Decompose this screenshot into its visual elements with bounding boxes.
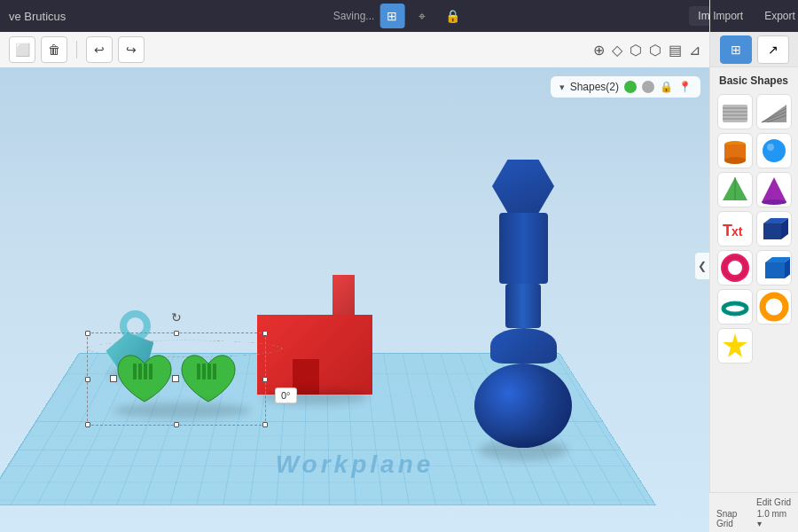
cylinder-orange-shape[interactable]	[717, 133, 753, 168]
grid-view-button[interactable]: ⊞	[379, 4, 404, 28]
angle-badge: 0°	[275, 387, 297, 403]
red-house-object[interactable]	[257, 315, 372, 395]
svg-point-38	[763, 295, 786, 318]
sphere-blue-shape[interactable]	[756, 133, 792, 168]
sel-handle-ml	[85, 377, 90, 382]
stripe-wedge-shape[interactable]	[756, 94, 792, 129]
sel-handle-bl	[85, 422, 90, 427]
hearts-pair	[113, 350, 239, 408]
text-red-shape[interactable]: T xt	[717, 211, 753, 246]
svg-rect-4	[197, 364, 200, 379]
saving-status: Saving...	[333, 10, 375, 22]
right-panel-header: Import Export	[710, 0, 798, 32]
right-panel: Import Export ⊞ ↗ Basic Shapes	[709, 0, 798, 532]
shape-gray-indicator	[642, 81, 654, 93]
edit-grid-label[interactable]: Edit Grid	[756, 497, 791, 507]
perspective-button[interactable]: ⌖	[410, 4, 434, 28]
shapes-overlay-panel: ▾ Shapes(2) 🔒 📍	[551, 76, 700, 98]
blue-sphere	[474, 364, 572, 448]
rotation-arrow-icon: ↻	[171, 310, 182, 325]
bottom-info: Edit Grid Snap Grid 1.0 mm ▾	[709, 492, 798, 532]
chevron-left-icon: ❮	[698, 260, 707, 272]
shapes-list-view-button[interactable]: ↗	[757, 35, 789, 64]
shapes-grid: T xt	[710, 90, 798, 367]
basic-shapes-label: Basic Shapes	[710, 67, 798, 90]
angle-value: 0°	[281, 390, 291, 401]
torus-pink-shape[interactable]	[717, 250, 753, 286]
delete-tool[interactable]: 🗑	[41, 36, 67, 63]
svg-point-21	[767, 144, 774, 151]
lock-icon[interactable]: 🔒	[660, 81, 673, 93]
objects-container: ↻	[0, 67, 709, 532]
measure-tool-icon[interactable]: ⊿	[689, 42, 700, 59]
main-toolbar: ⬜ 🗑 ↩ ↪ ⊕ ◇ ⬡ ⬡ ▤ ⊿	[0, 32, 709, 67]
sel-handle-tl	[85, 331, 90, 336]
right-panel-toolbar: ⊞ ↗	[710, 32, 798, 67]
star-shape[interactable]	[717, 328, 753, 364]
blue-cylinder	[499, 213, 548, 284]
box-dark-blue-shape[interactable]	[756, 250, 792, 286]
sel-handle-tm	[174, 331, 179, 336]
svg-point-20	[763, 139, 786, 162]
shape-tool-2-icon[interactable]: ⬡	[649, 42, 661, 59]
svg-rect-6	[207, 364, 211, 379]
house-chimney	[332, 275, 355, 315]
chevron-down-icon[interactable]: ▾	[559, 82, 565, 93]
app-title: ve Bruticus	[9, 10, 66, 23]
heart-right	[177, 350, 239, 408]
select-tool[interactable]: ⬜	[9, 36, 35, 63]
lock-button[interactable]: 🔒	[440, 4, 465, 28]
green-hearts-object[interactable]: ↻	[113, 350, 239, 408]
import-panel-button[interactable]: Import	[704, 6, 752, 26]
blue-bulge	[490, 328, 557, 364]
ring-teal-shape[interactable]	[717, 289, 753, 325]
blue-hex-top	[492, 160, 554, 213]
export-panel-button[interactable]: Export	[755, 6, 798, 26]
svg-rect-33	[765, 262, 785, 278]
svg-rect-3	[149, 364, 153, 379]
location-pin-icon[interactable]: 📍	[678, 81, 692, 93]
snap-grid-label: Snap Grid	[716, 509, 754, 528]
redo-button[interactable]: ↪	[118, 36, 145, 63]
box-blue-shape[interactable]	[756, 211, 792, 246]
pyramid-green-shape[interactable]	[717, 172, 753, 207]
svg-rect-1	[138, 364, 142, 379]
camera-icon[interactable]: ⊕	[593, 42, 605, 59]
3d-viewport[interactable]: Workplane	[0, 67, 709, 532]
toolbar-right-icons: ⊕ ◇ ⬡ ⬡ ▤ ⊿	[593, 42, 700, 59]
svg-point-19	[724, 157, 746, 164]
blue-arm-object[interactable]	[474, 160, 572, 448]
sel-handle-bm	[174, 422, 179, 427]
grid-tool-icon[interactable]: ▤	[669, 42, 682, 59]
undo-button[interactable]: ↩	[86, 36, 113, 63]
donut-orange-shape[interactable]	[756, 289, 792, 325]
shapes-grid-view-button[interactable]: ⊞	[720, 35, 752, 64]
toolbar-separator	[76, 41, 77, 59]
svg-rect-8	[723, 105, 747, 122]
house-body	[257, 315, 372, 395]
heart-left	[113, 350, 176, 408]
app-header: ve Bruticus Saving... ⊞ ⌖ 🔒 Import Expor…	[0, 0, 798, 32]
heart-handle-left	[110, 375, 117, 382]
sel-handle-mr	[262, 377, 268, 382]
panel-collapse-button[interactable]: ❮	[695, 253, 709, 279]
location-icon[interactable]: ◇	[612, 42, 622, 59]
blue-neck	[505, 284, 541, 328]
header-left: ve Bruticus	[9, 10, 66, 23]
svg-marker-24	[762, 177, 786, 202]
svg-marker-39	[723, 333, 747, 357]
shape-tool-1-icon[interactable]: ⬡	[630, 42, 642, 59]
header-center: Saving... ⊞ ⌖ 🔒	[333, 4, 466, 28]
svg-rect-2	[144, 364, 147, 379]
sel-handle-br	[262, 422, 268, 427]
stripe-box-shape[interactable]	[717, 94, 753, 129]
shape-green-indicator	[624, 81, 637, 93]
blue-shadow	[479, 439, 567, 461]
cone-purple-shape[interactable]	[756, 172, 792, 207]
svg-rect-5	[202, 364, 206, 379]
snap-grid-value[interactable]: 1.0 mm ▾	[757, 509, 791, 528]
svg-rect-0	[133, 364, 137, 379]
shapes-count-label: Shapes(2)	[570, 81, 619, 93]
svg-rect-7	[213, 364, 216, 379]
svg-point-25	[762, 200, 786, 205]
